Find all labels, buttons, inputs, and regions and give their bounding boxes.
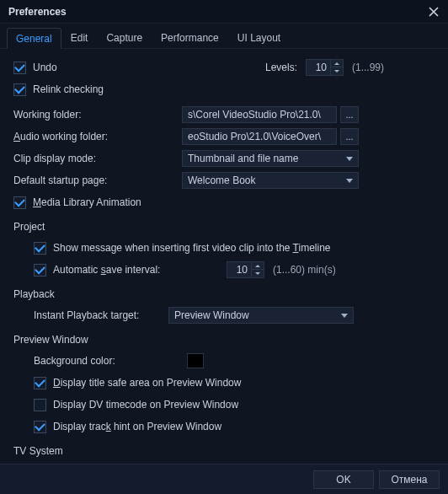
instant-playback-select[interactable]: Preview Window [168,307,354,324]
footer: OK Отмена [0,464,448,494]
autosave-checkbox[interactable] [34,264,46,277]
autosave-label: Automatic save interval: [53,264,227,276]
playback-group-label: Playback [13,288,435,300]
tab-general[interactable]: General [7,28,61,49]
show-message-label: Show message when inserting first video … [53,242,331,254]
dv-timecode-label: Display DV timecode on Preview Window [53,399,238,411]
dv-timecode-checkbox[interactable] [34,399,46,411]
startup-select[interactable]: Welcome Book [182,172,359,189]
window-title: Preferences [8,6,426,18]
audio-folder-input[interactable] [182,128,337,145]
startup-value: Welcome Book [188,175,255,186]
media-library-checkbox[interactable] [13,196,26,209]
cancel-button[interactable]: Отмена [379,470,440,489]
tab-performance[interactable]: Performance [152,27,228,48]
tab-capture[interactable]: Capture [97,27,152,48]
levels-input[interactable] [306,59,331,76]
relink-checkbox[interactable] [13,83,26,96]
track-hint-label: Display track hint on Preview Window [53,421,221,432]
working-folder-input[interactable] [182,106,337,123]
levels-label: Levels: [265,62,297,73]
title-safe-checkbox[interactable] [34,377,46,389]
autosave-up-button[interactable] [252,262,264,270]
project-group-label: Project [13,221,435,233]
levels-up-button[interactable] [331,60,343,67]
instant-playback-value: Preview Window [174,309,249,321]
tab-edit[interactable]: Edit [61,27,98,48]
levels-hint: (1...99) [352,62,384,73]
startup-label: Default startup page: [13,175,182,186]
chevron-down-icon [346,179,353,183]
titlebar: Preferences [0,0,448,24]
autosave-input[interactable] [227,261,252,278]
chevron-down-icon [346,157,353,161]
clip-display-label: Clip display mode: [13,153,182,164]
working-folder-label: Working folder: [13,109,182,121]
relink-label: Relink checking [33,83,104,95]
ok-button[interactable]: OK [313,470,374,489]
show-message-checkbox[interactable] [34,242,46,255]
preview-window-group-label: Preview Window [13,334,435,346]
instant-playback-label: Instant Playback target: [34,309,168,321]
working-folder-browse-button[interactable]: ... [340,106,359,123]
close-button[interactable] [426,4,441,19]
media-library-label: Media Library Animation [33,196,141,208]
title-safe-label: Display title safe area on Preview Windo… [53,377,241,389]
content-area: Undo Levels: (1...99) Relink checking Wo… [0,49,448,482]
audio-folder-browse-button[interactable]: ... [340,128,359,145]
bgcolor-label: Background color: [34,355,187,367]
tab-bar: General Edit Capture Performance UI Layo… [0,27,448,49]
clip-display-value: Thumbnail and file name [188,153,298,164]
autosave-down-button[interactable] [252,270,264,277]
chevron-down-icon [341,314,348,318]
close-icon [429,7,439,17]
track-hint-checkbox[interactable] [34,421,46,433]
tv-system-group-label: TV System [13,445,435,457]
undo-checkbox[interactable] [13,62,26,74]
autosave-spinner[interactable] [227,261,264,278]
levels-down-button[interactable] [331,67,343,75]
autosave-hint: (1...60) min(s) [273,264,336,276]
undo-label: Undo [33,62,57,73]
levels-spinner[interactable] [306,59,344,76]
clip-display-select[interactable]: Thumbnail and file name [182,150,359,167]
tab-ui-layout[interactable]: UI Layout [228,27,290,48]
bgcolor-swatch[interactable] [187,353,204,368]
audio-folder-label: Audio working folder: [13,131,182,142]
